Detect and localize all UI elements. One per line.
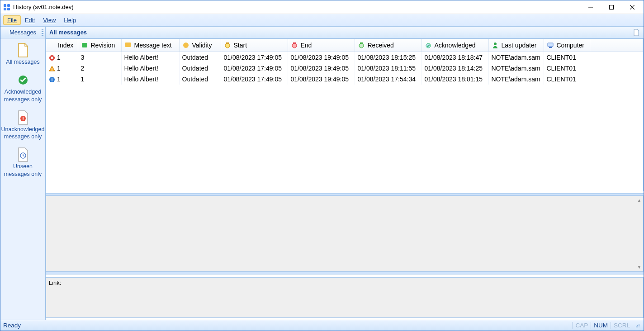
svg-rect-10 bbox=[23, 117, 24, 119]
sidebar-item-unseen[interactable]: Unseen messages only bbox=[0, 145, 45, 182]
status-error-icon bbox=[49, 55, 55, 61]
col-computer[interactable]: Computer bbox=[544, 39, 590, 52]
svg-rect-24 bbox=[548, 43, 553, 47]
title-bar: History (sv01.note.dev) bbox=[0, 0, 644, 14]
col-end[interactable]: End bbox=[288, 39, 355, 52]
sidebar-header[interactable]: Messages bbox=[0, 27, 45, 38]
message-grid: Index Revision Message text Validity Sta… bbox=[46, 38, 644, 191]
col-start[interactable]: Start bbox=[221, 39, 288, 52]
svg-rect-5 bbox=[610, 5, 614, 9]
received-icon bbox=[358, 42, 365, 49]
svg-rect-19 bbox=[293, 43, 296, 43]
status-ready: Ready bbox=[3, 322, 21, 329]
status-warning-icon bbox=[49, 66, 55, 72]
svg-rect-17 bbox=[226, 43, 229, 43]
table-row[interactable]: 13Hello Albert!Outdated01/08/2023 17:49:… bbox=[46, 52, 643, 63]
svg-rect-0 bbox=[4, 4, 6, 7]
validity-icon bbox=[182, 42, 189, 49]
message-icon bbox=[124, 42, 132, 49]
svg-point-37 bbox=[639, 326, 639, 327]
maximize-button[interactable] bbox=[601, 0, 622, 14]
status-bar: Ready CAP NUM SCRL bbox=[0, 320, 644, 331]
page-icon[interactable] bbox=[633, 29, 640, 36]
table-row[interactable]: 12Hello Albert!Outdated01/08/2023 17:49:… bbox=[46, 63, 643, 74]
status-info-icon bbox=[49, 76, 55, 83]
svg-rect-13 bbox=[82, 43, 87, 47]
svg-rect-1 bbox=[7, 4, 10, 7]
document-icon bbox=[16, 43, 30, 57]
svg-rect-28 bbox=[52, 70, 52, 71]
link-label: Link: bbox=[49, 279, 61, 286]
col-received[interactable]: Received bbox=[355, 39, 421, 52]
svg-rect-31 bbox=[52, 78, 52, 79]
sidebar-header-label: Messages bbox=[9, 29, 36, 36]
resize-grip-icon[interactable] bbox=[635, 322, 641, 329]
col-validity[interactable]: Validity bbox=[179, 39, 221, 52]
svg-rect-25 bbox=[549, 47, 552, 48]
sidebar-item-unacknowledged[interactable]: Unacknowledged messages only bbox=[0, 108, 45, 145]
menu-file[interactable]: File bbox=[3, 15, 21, 25]
minimize-button[interactable] bbox=[580, 0, 601, 14]
clock-icon bbox=[224, 42, 231, 49]
svg-point-34 bbox=[639, 325, 639, 326]
svg-line-7 bbox=[630, 5, 635, 9]
svg-rect-21 bbox=[360, 43, 363, 43]
sidebar-panel: Messages All messages Acknowledged messa… bbox=[0, 27, 46, 320]
menu-bar: File Edit View Help bbox=[0, 14, 644, 27]
sidebar-item-all-messages[interactable]: All messages bbox=[0, 40, 45, 70]
document-alert-icon bbox=[16, 110, 30, 125]
sidebar-item-label: All messages bbox=[6, 58, 39, 66]
table-row[interactable]: 11Hello Albert!Outdated01/08/2023 17:49:… bbox=[46, 74, 643, 85]
link-pane: Link: bbox=[46, 277, 644, 318]
svg-point-18 bbox=[292, 43, 297, 48]
svg-point-16 bbox=[225, 43, 230, 48]
close-button[interactable] bbox=[622, 0, 643, 14]
svg-rect-3 bbox=[7, 8, 10, 10]
svg-line-6 bbox=[630, 5, 635, 9]
svg-point-23 bbox=[494, 43, 497, 45]
content-title: All messages bbox=[49, 29, 87, 36]
col-updater[interactable]: Last updater bbox=[488, 39, 544, 52]
status-scrl: SCRL bbox=[611, 322, 633, 329]
col-message[interactable]: Message text bbox=[121, 39, 179, 52]
app-window: History (sv01.note.dev) File Edit View H… bbox=[0, 0, 644, 331]
ack-icon bbox=[425, 42, 432, 49]
body: Messages All messages Acknowledged messa… bbox=[0, 27, 644, 320]
status-num: NUM bbox=[591, 322, 611, 329]
col-index[interactable]: Index bbox=[46, 39, 78, 52]
content-panel: All messages Index Revisi bbox=[46, 27, 644, 320]
svg-rect-14 bbox=[125, 43, 131, 47]
sidebar-grip-icon[interactable] bbox=[42, 29, 43, 36]
check-circle-icon bbox=[16, 73, 30, 87]
menu-help[interactable]: Help bbox=[60, 15, 80, 25]
menu-edit[interactable]: Edit bbox=[21, 15, 39, 25]
grid-header-row: Index Revision Message text Validity Sta… bbox=[46, 39, 643, 52]
sidebar-item-acknowledged[interactable]: Acknowledged messages only bbox=[0, 70, 45, 108]
svg-point-33 bbox=[637, 325, 638, 326]
svg-point-36 bbox=[637, 326, 638, 327]
scroll-up-icon[interactable]: ▲ bbox=[637, 198, 641, 203]
col-acknowledged[interactable]: Acknowledged bbox=[421, 39, 488, 52]
app-icon bbox=[3, 4, 10, 11]
clock-red-icon bbox=[291, 42, 298, 49]
svg-point-32 bbox=[639, 324, 639, 325]
sidebar-item-label: Unseen messages only bbox=[1, 163, 44, 178]
col-revision[interactable]: Revision bbox=[78, 39, 121, 52]
scroll-down-icon[interactable]: ▼ bbox=[637, 265, 641, 270]
menu-view[interactable]: View bbox=[39, 15, 60, 25]
svg-point-20 bbox=[359, 43, 364, 48]
svg-point-15 bbox=[183, 43, 189, 48]
sidebar-item-label: Acknowledged messages only bbox=[1, 88, 44, 103]
svg-rect-11 bbox=[23, 119, 24, 120]
computer-icon bbox=[547, 42, 554, 49]
horizontal-splitter-2[interactable] bbox=[46, 272, 644, 274]
sidebar-item-label: Unacknowledged messages only bbox=[1, 126, 45, 141]
preview-pane: ▲ ▼ bbox=[46, 196, 644, 272]
col-spare bbox=[590, 39, 643, 52]
revision-icon bbox=[81, 42, 88, 49]
content-header: All messages bbox=[46, 27, 644, 38]
user-icon bbox=[492, 42, 499, 49]
svg-rect-2 bbox=[4, 8, 6, 10]
status-cap: CAP bbox=[572, 322, 591, 329]
window-title: History (sv01.note.dev) bbox=[13, 4, 74, 10]
